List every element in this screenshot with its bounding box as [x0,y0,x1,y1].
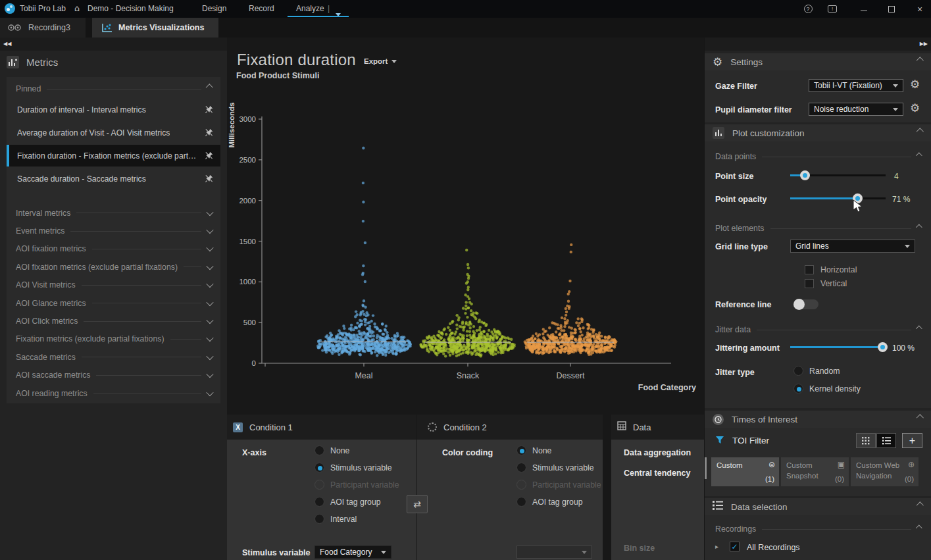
collapse-right-icon[interactable]: ▶▶ [920,41,928,47]
radio-interval[interactable]: Interval [315,514,357,524]
maximize-button[interactable] [883,3,900,15]
point-size-slider[interactable] [790,170,886,180]
minimize-button[interactable] [855,3,872,15]
chevron-up-icon [917,128,924,135]
plot-customization-icon [713,127,724,139]
point-opacity-label: Point opacity [715,195,767,204]
metric-section-header[interactable]: AOI Glance metrics [16,294,213,312]
metric-section-header[interactable]: Event metrics [16,222,213,240]
radio-none[interactable]: None [315,445,349,455]
svg-text:1500: 1500 [239,238,256,245]
times-of-interest-header[interactable]: Times of Interest [705,411,931,428]
radio-stimulus-variable[interactable]: Stimulus variable [315,463,392,472]
recording-icon [8,24,22,32]
all-recordings-label: All Recordings [747,543,800,552]
plot-customization-header[interactable]: Plot customization [705,124,931,141]
settings-gear-icon: ⚙ [713,55,722,68]
point-opacity-slider[interactable] [790,193,886,203]
times-of-interest-title: Times of Interest [732,415,797,424]
project-name[interactable]: Demo - Decision Making [88,4,174,13]
radio-stimulus-variable[interactable]: Stimulus variable [516,463,594,472]
tab-recording3[interactable]: Recording3 [0,18,86,38]
condition1-title: Condition 1 [249,422,293,432]
radio-none[interactable]: None [516,445,551,455]
unpin-icon[interactable] [204,174,214,184]
unpin-icon[interactable] [204,105,214,115]
radio-aoi-tag-group[interactable]: AOI tag group [315,497,381,507]
recordings-subheader[interactable]: Recordings [715,524,922,534]
section-label: AOI fixation metrics (exclude partial fi… [16,263,178,272]
condition2-icon [428,422,437,432]
pinned-metric-item[interactable]: Average duration of Visit - AOI Visit me… [7,122,220,143]
reference-line-toggle[interactable] [793,299,818,309]
point-size-label: Point size [715,172,753,181]
grid-line-type-dropdown[interactable]: Grid lines [790,240,915,253]
pupil-filter-settings-icon[interactable]: ⚙ [910,101,920,115]
menu-design[interactable]: Design [202,4,226,13]
metric-section-header[interactable]: AOI Visit metrics [16,276,213,294]
add-toi-filter-button[interactable]: + [902,433,922,448]
collapse-left-icon[interactable]: ◀◀ [3,41,11,47]
chevron-down-icon [206,334,213,342]
metrics-icon [7,56,19,68]
pinned-metric-item[interactable]: Fixation duration - Fixation metrics (ex… [7,145,220,166]
horizontal-checkbox[interactable]: Horizontal [805,265,857,274]
metric-section-header[interactable]: AOI fixation metrics (exclude partial fi… [16,258,213,276]
metrics-sections: Interval metricsEvent metricsAOI fixatio… [16,204,213,402]
section-label: Interval metrics [16,209,70,218]
list-view-button[interactable] [876,433,896,448]
point-opacity-value: 71 % [892,195,910,204]
swap-icon: ⇄ [413,499,421,509]
close-button[interactable]: × [911,3,928,15]
swap-conditions-button[interactable]: ⇄ [407,495,428,513]
help-button[interactable]: ? [799,3,817,15]
expand-arrow-icon[interactable]: ▸ [715,543,718,550]
stimulus-variable-dropdown[interactable]: Food Category [315,546,391,559]
radio-aoi-tag-group[interactable]: AOI tag group [516,497,583,507]
pupil-filter-dropdown[interactable]: Noise reduction [809,103,903,116]
grid-view-button[interactable] [856,433,876,448]
pinned-metric-item[interactable]: Duration of interval - Interval metrics [7,99,220,120]
chevron-down-icon [206,389,213,396]
vertical-checkbox[interactable]: Vertical [805,279,847,288]
section-label: AOI Glance metrics [16,299,86,308]
radio-random[interactable]: Random [793,366,840,376]
home-icon[interactable]: ⌂ [74,3,80,13]
unpin-icon[interactable] [204,151,214,161]
all-recordings-checkbox[interactable]: ✓ [730,542,740,551]
toi-card-custom[interactable]: Custom⊜(1) [711,457,779,486]
gaze-filter-dropdown[interactable]: Tobii I-VT (Fixation) [809,79,903,92]
pinned-section-header[interactable]: Pinned [16,84,213,93]
condition1-icon: X [233,422,243,432]
data-points-subheader[interactable]: Data points [715,152,922,161]
metric-section-header[interactable]: AOI reading metrics [16,384,213,402]
gaze-filter-settings-icon[interactable]: ⚙ [910,78,920,91]
toi-card-custom-web[interactable]: Custom WebNavigation⊕(0) [851,457,918,486]
unpin-icon[interactable] [204,128,214,138]
data-selection-header[interactable]: Data selection [705,498,931,515]
menu-record[interactable]: Record [249,4,274,13]
metric-section-header[interactable]: AOI Click metrics [16,312,213,330]
jittering-amount-slider[interactable] [790,342,886,352]
radio-kernel-density[interactable]: Kernel density [793,384,861,394]
chevron-down-icon [206,263,213,270]
svg-text:Meal: Meal [355,371,372,380]
scrollbar-thumb[interactable] [705,457,707,479]
metric-section-header[interactable]: Interval metrics [16,204,213,222]
snapshot-icon: ▣ [838,460,845,469]
pinned-metric-item[interactable]: Saccade duration - Saccade metrics [7,168,220,190]
feedback-button[interactable]: ! [824,3,841,15]
metric-section-header[interactable]: Fixation metrics (exclude partial fixati… [16,330,213,348]
central-tendency-label: Central tendency [624,469,690,478]
metric-section-header[interactable]: AOI saccade metrics [16,367,213,384]
jitter-data-subheader[interactable]: Jitter data [715,325,922,334]
metric-section-header[interactable]: AOI fixation metrics [16,240,213,258]
settings-header[interactable]: ⚙ Settings [705,53,931,70]
toi-card-custom-snapshot[interactable]: CustomSnapshot▣(0) [781,457,849,486]
menu-analyze[interactable]: Analyze [296,4,324,13]
tab-metrics-visualizations[interactable]: Metrics Visualizations [92,18,218,38]
plot-elements-subheader[interactable]: Plot elements [715,224,922,233]
metric-section-header[interactable]: Saccade metrics [16,348,213,366]
chevron-down-icon [206,244,213,251]
metrics-panel-title: Metrics [7,56,58,68]
